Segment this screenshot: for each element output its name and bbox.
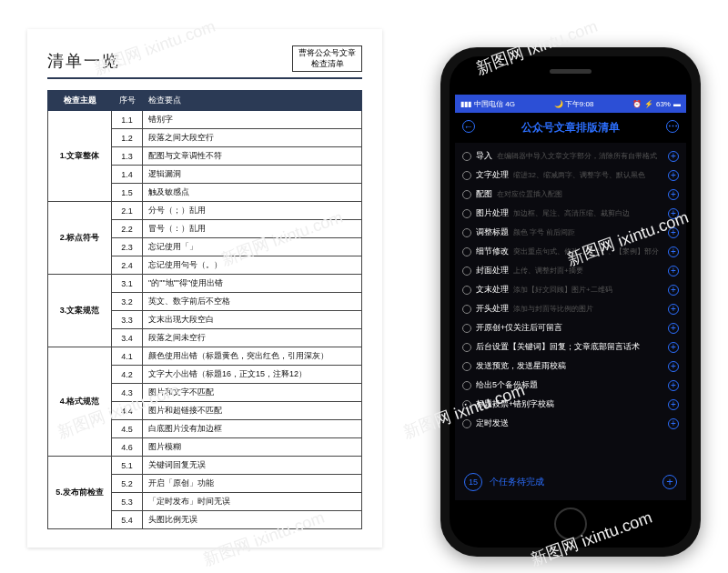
task-label: 细节修改	[476, 246, 509, 257]
task-row[interactable]: 图片处理加边框、尾注、高清压缩、裁剪白边+	[462, 204, 679, 223]
task-row[interactable]: 导入在编辑器中导入文章文字部分，清除所有自带格式+	[462, 146, 679, 166]
expand-button[interactable]: +	[668, 380, 679, 391]
task-row[interactable]: 文字处理缩进32、缩减两字、调整字号、默认黑色+	[462, 166, 679, 185]
task-label: 图片处理	[476, 207, 509, 219]
checkbox-icon[interactable]	[462, 209, 471, 218]
doc-header: 清单一览 曹将公众号文章 检查清单	[47, 45, 362, 79]
checkbox-icon[interactable]	[462, 190, 471, 199]
checkbox-icon[interactable]	[462, 247, 471, 256]
checkbox-icon[interactable]	[462, 419, 471, 428]
expand-button[interactable]: +	[668, 170, 679, 181]
num-cell: 4.3	[112, 384, 143, 402]
add-task-button[interactable]: +	[662, 475, 677, 489]
task-row[interactable]: 给出5个备份标题+	[462, 376, 679, 395]
task-label: 封面处理	[476, 265, 509, 276]
num-cell: 4.2	[112, 366, 143, 384]
point-cell: 颜色使用出错（标题黄色，突出红色，引用深灰）	[143, 347, 362, 366]
menu-button[interactable]: ⋯	[666, 120, 679, 133]
num-cell: 1.2	[112, 129, 143, 147]
point-cell: 触及敏感点	[143, 184, 362, 202]
task-row[interactable]: 开头处理添加与封面等比例的图片+	[462, 299, 679, 318]
task-desc: 加边框、尾注、高清压缩、裁剪白边	[513, 208, 663, 218]
back-button[interactable]: ←	[462, 120, 475, 133]
col-num: 序号	[112, 91, 143, 111]
point-cell: 冒号（：）乱用	[143, 220, 362, 238]
phone-inner: ▮▮▮ 中国电信 4G 🌙 下午9:08 ⏰ ⚡ 63% ▬ ← 公众号文章排版…	[450, 56, 692, 548]
checkbox-icon[interactable]	[462, 324, 471, 333]
task-label: 标题投票+错别字校稿	[476, 398, 554, 410]
expand-button[interactable]: +	[668, 208, 679, 219]
expand-button[interactable]: +	[668, 246, 679, 257]
expand-button[interactable]: +	[668, 399, 679, 410]
point-cell: 分号（；）乱用	[143, 202, 362, 220]
point-cell: 图片和文字不匹配	[143, 384, 362, 402]
point-cell: 配图与文章调性不符	[143, 147, 362, 166]
expand-button[interactable]: +	[668, 323, 679, 334]
checkbox-icon[interactable]	[462, 171, 471, 180]
point-cell: 段落之间未空行	[143, 329, 362, 347]
checkbox-icon[interactable]	[462, 266, 471, 276]
checklist-document: 清单一览 曹将公众号文章 检查清单 检查主题 序号 检查要点 1.文章整体1.1…	[27, 29, 382, 548]
task-row[interactable]: 标题投票+错别字校稿+	[462, 395, 679, 414]
point-cell: 「定时发布」时间无误	[143, 493, 362, 511]
checkbox-icon[interactable]	[462, 305, 471, 314]
checkbox-icon[interactable]	[462, 381, 471, 390]
task-row[interactable]: 封面处理上传、调整封面+摘要+	[462, 261, 679, 280]
task-label: 开头处理	[476, 303, 509, 315]
expand-button[interactable]: +	[668, 189, 679, 200]
expand-button[interactable]: +	[668, 266, 679, 276]
num-cell: 3.3	[112, 311, 143, 329]
battery-label: 63%	[656, 100, 671, 108]
task-desc: 颜色 字号 前后间距	[513, 227, 663, 237]
task-row[interactable]: 文末处理添加【好文回顾】图片+二维码+	[462, 280, 679, 299]
num-cell: 4.5	[112, 420, 143, 438]
task-label: 文字处理	[476, 169, 509, 181]
task-row[interactable]: 细节修改突出重点句式、修改【序号】、【案例】部分+	[462, 242, 679, 261]
expand-button[interactable]: +	[668, 151, 679, 162]
task-row[interactable]: 调整标题颜色 字号 前后间距+	[462, 223, 679, 242]
theme-cell: 5.发布前检查	[48, 457, 112, 529]
task-desc: 在编辑器中导入文章文字部分，清除所有自带格式	[497, 151, 663, 161]
task-row[interactable]: 定时发送+	[462, 414, 679, 433]
point-cell: 开启「原创」功能	[143, 475, 362, 493]
num-cell: 4.4	[112, 402, 143, 420]
task-label: 配图	[476, 188, 492, 200]
carrier-label: 中国电信 4G	[474, 99, 515, 109]
checkbox-icon[interactable]	[462, 343, 471, 352]
point-cell: 白底图片没有加边框	[143, 420, 362, 438]
point-cell: "的""地""得"使用出错	[143, 275, 362, 293]
checkbox-icon[interactable]	[462, 152, 471, 161]
checkbox-icon[interactable]	[462, 400, 471, 409]
point-cell: 忘记使用句号（。）	[143, 256, 362, 275]
phone-screen: ▮▮▮ 中国电信 4G 🌙 下午9:08 ⏰ ⚡ 63% ▬ ← 公众号文章排版…	[455, 95, 686, 500]
expand-button[interactable]: +	[668, 342, 679, 353]
task-label: 开原创+仅关注后可留言	[476, 322, 562, 334]
task-label: 调整标题	[476, 226, 509, 238]
task-label: 导入	[476, 150, 492, 162]
point-cell: 关键词回复无误	[143, 457, 362, 475]
task-row[interactable]: 后台设置【关键词】回复；文章底部留言话术+	[462, 337, 679, 357]
expand-button[interactable]: +	[668, 227, 679, 238]
task-row[interactable]: 发送预览，发送星雨校稿+	[462, 357, 679, 376]
task-label: 定时发送	[476, 417, 509, 429]
expand-button[interactable]: +	[668, 418, 679, 429]
point-cell: 文末出现大段空白	[143, 311, 362, 329]
checkbox-icon[interactable]	[462, 228, 471, 237]
task-desc: 缩进32、缩减两字、调整字号、默认黑色	[513, 170, 663, 180]
badge-line1: 曹将公众号文章	[298, 48, 356, 59]
table-row: 1.文章整体1.1错别字	[48, 111, 362, 129]
checkbox-icon[interactable]	[462, 286, 471, 295]
checkbox-icon[interactable]	[462, 362, 471, 371]
num-cell: 4.1	[112, 347, 143, 366]
expand-button[interactable]: +	[668, 304, 679, 315]
theme-cell: 1.文章整体	[48, 111, 112, 202]
expand-button[interactable]: +	[668, 285, 679, 296]
task-row[interactable]: 配图在对应位置插入配图+	[462, 185, 679, 204]
task-desc: 添加与封面等比例的图片	[513, 304, 663, 314]
status-time: 🌙 下午9:08	[554, 99, 594, 109]
task-row[interactable]: 开原创+仅关注后可留言+	[462, 318, 679, 337]
table-row: 5.发布前检查5.1关键词回复无误	[48, 457, 362, 475]
expand-button[interactable]: +	[668, 361, 679, 372]
home-button[interactable]	[554, 508, 587, 540]
num-cell: 2.3	[112, 238, 143, 256]
